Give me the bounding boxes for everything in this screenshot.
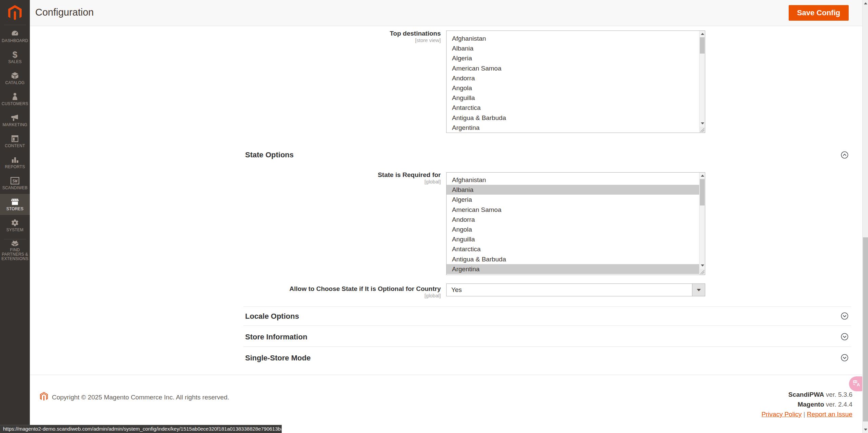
sidebar-item-label: SCANDIWEB	[2, 186, 28, 190]
scroll-up-icon[interactable]	[701, 33, 704, 35]
content-icon	[11, 135, 19, 143]
select-caret-button[interactable]	[692, 284, 705, 296]
section-header-state-options[interactable]: State Options	[245, 151, 294, 159]
sidebar-item-label: CUSTOMERS	[1, 102, 29, 106]
country-option[interactable]: Algeria	[447, 53, 699, 63]
browser-scrollbar-thumb[interactable]	[863, 237, 868, 421]
country-option[interactable]: Algeria	[447, 195, 699, 204]
sidebar-item-label: DASHBOARD	[1, 39, 29, 43]
sidebar-item-content[interactable]: CONTENT	[0, 131, 30, 152]
scope-global: [global]	[170, 293, 441, 299]
section-header-store-information[interactable]: Store Information	[245, 333, 307, 341]
sidebar-divider	[4, 25, 26, 25]
scandiweb-icon: SW	[11, 177, 19, 185]
section-header-locale-options[interactable]: Locale Options	[245, 312, 299, 321]
sidebar-item-sales[interactable]: $ SALES	[0, 47, 30, 68]
sidebar-item-reports[interactable]: REPORTS	[0, 152, 30, 173]
sales-icon: $	[13, 51, 17, 59]
scroll-up-icon[interactable]	[864, 2, 867, 4]
scroll-down-icon[interactable]	[701, 122, 704, 124]
section-divider	[243, 307, 851, 307]
sidebar-item-scandiweb[interactable]: SW SCANDIWEB	[0, 173, 30, 194]
sidebar-item-dashboard[interactable]: DASHBOARD	[0, 26, 30, 47]
sidebar-item-catalog[interactable]: CATALOG	[0, 68, 30, 89]
country-option[interactable]: Anguilla	[447, 93, 699, 103]
country-option[interactable]: Argentina	[447, 123, 699, 133]
listbox-scrollbar[interactable]	[699, 173, 705, 275]
country-option[interactable]: Argentina	[447, 264, 699, 274]
country-options-list: AfghanistanAlbaniaAlgeriaAmerican SamoaA…	[447, 173, 699, 274]
scroll-up-icon[interactable]	[701, 175, 704, 177]
scroll-down-icon[interactable]	[701, 264, 704, 267]
marketing-icon	[11, 114, 19, 122]
country-option[interactable]: Andorra	[447, 73, 699, 83]
privacy-policy-link[interactable]: Privacy Policy	[762, 411, 802, 418]
top-destinations-label: Top destinations [store view]	[170, 30, 441, 43]
report-issue-link[interactable]: Report an Issue	[807, 411, 852, 418]
chevron-down-icon[interactable]	[841, 354, 848, 361]
country-option[interactable]: Anguilla	[447, 234, 699, 244]
sidebar-item-find-partners[interactable]: FIND PARTNERS & EXTENSIONS	[0, 240, 30, 260]
country-option[interactable]: Antigua & Barbuda	[447, 254, 699, 264]
magento-logo-icon[interactable]	[0, 4, 30, 22]
save-config-button[interactable]: Save Config	[789, 5, 849, 21]
sidebar-nav: DASHBOARD $ SALES CATALOG CUSTOMERS	[0, 26, 30, 236]
section-divider	[243, 326, 851, 326]
state-required-label: State is Required for [global]	[170, 171, 441, 185]
footer-versions: ScandiPWA ver. 5.3.6 Magento ver. 2.4.4 …	[762, 390, 852, 419]
country-option[interactable]: Albania	[447, 43, 699, 53]
sidebar-item-label: CATALOG	[5, 81, 25, 85]
country-option[interactable]: Angola	[447, 83, 699, 93]
scrollbar-thumb[interactable]	[700, 179, 705, 205]
country-option[interactable]: Angola	[447, 224, 699, 234]
allow-choose-state-label: Allow to Choose State if It is Optional …	[170, 285, 441, 299]
svg-text:A: A	[857, 382, 860, 387]
catalog-icon	[11, 72, 19, 80]
country-option[interactable]: Antarctica	[447, 103, 699, 113]
country-option[interactable]: Antarctica	[447, 244, 699, 254]
listbox-scrollbar[interactable]	[699, 31, 705, 133]
chevron-down-icon[interactable]	[841, 312, 848, 320]
page-title: Configuration	[35, 7, 94, 18]
scandipwa-version: ScandiPWA ver. 5.3.6	[762, 390, 852, 400]
country-option[interactable]: Afghanistan	[447, 175, 699, 185]
system-icon	[11, 219, 19, 227]
magento-footer-logo-icon	[40, 392, 48, 402]
reports-icon	[11, 156, 19, 164]
caret-down-icon	[697, 289, 701, 291]
resize-grip-icon[interactable]	[699, 269, 705, 275]
magento-version: Magento ver. 2.4.4	[762, 400, 852, 410]
resize-grip-icon[interactable]	[699, 127, 705, 133]
country-option[interactable]: American Samoa	[447, 205, 699, 215]
sidebar-item-label: STORES	[6, 207, 24, 211]
state-required-listbox[interactable]: AfghanistanAlbaniaAlgeriaAmerican SamoaA…	[446, 172, 705, 275]
country-option[interactable]: Afghanistan	[447, 34, 699, 43]
footer-divider	[30, 375, 862, 375]
scope-global: [global]	[170, 179, 441, 185]
chevron-up-icon[interactable]	[841, 151, 848, 159]
page-header: Configuration Save Config	[30, 0, 862, 26]
scroll-down-icon[interactable]	[864, 429, 867, 431]
scrollbar-thumb[interactable]	[700, 37, 705, 54]
top-destinations-listbox[interactable]: AfghanistanAlbaniaAlgeriaAmerican SamoaA…	[446, 31, 705, 133]
sidebar-item-stores[interactable]: STORES	[0, 194, 30, 215]
footer-copyright: Copyright © 2025 Magento Commerce Inc. A…	[40, 392, 229, 402]
sidebar-item-customers[interactable]: CUSTOMERS	[0, 89, 30, 110]
select-value: Yes	[451, 284, 462, 296]
chevron-down-icon[interactable]	[841, 333, 848, 340]
country-options-list: AfghanistanAlbaniaAlgeriaAmerican SamoaA…	[447, 31, 699, 133]
sidebar-item-label: REPORTS	[4, 165, 25, 169]
section-header-single-store-mode[interactable]: Single-Store Mode	[245, 354, 311, 362]
browser-scrollbar[interactable]	[862, 0, 868, 433]
sidebar-item-marketing[interactable]: MARKETING	[0, 110, 30, 131]
country-option[interactable]: Antigua & Barbuda	[447, 113, 699, 123]
country-option[interactable]: Andorra	[447, 215, 699, 224]
country-option[interactable]: American Samoa	[447, 63, 699, 73]
footer-links: Privacy Policy | Report an Issue	[762, 410, 852, 419]
allow-choose-state-select[interactable]: Yes	[446, 283, 705, 296]
section-divider	[243, 347, 851, 347]
svg-text:SW: SW	[13, 179, 18, 183]
extensions-icon	[11, 239, 19, 247]
sidebar-item-system[interactable]: SYSTEM	[0, 215, 30, 236]
country-option[interactable]: Albania	[447, 185, 699, 195]
